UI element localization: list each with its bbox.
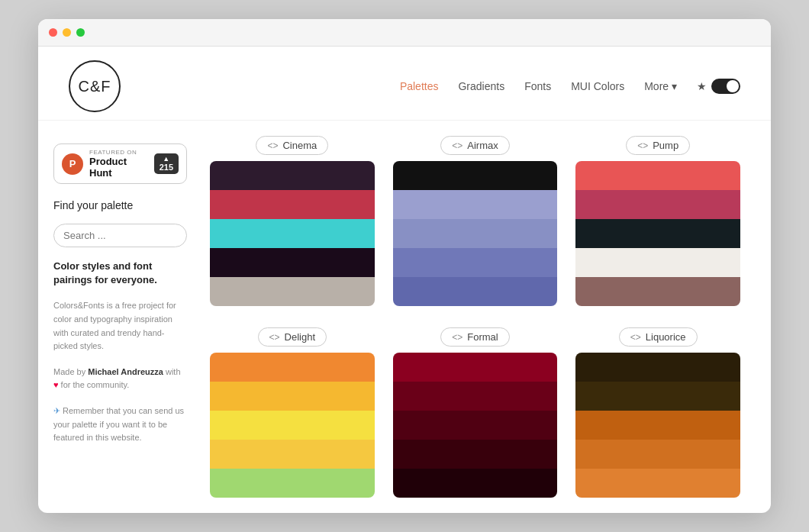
main-layout: P FEATURED ON Product Hunt ▲ 215 Find yo… bbox=[38, 121, 771, 513]
palette-card-delight: <> Delight bbox=[210, 327, 375, 498]
palette-card-cinema: <> Cinema bbox=[210, 136, 375, 306]
nav: Palettes Gradients Fonts MUI Colors More… bbox=[400, 79, 740, 94]
color-swatch bbox=[393, 277, 558, 306]
palette-card-airmax: <> Airmax bbox=[393, 136, 558, 306]
ph-featured-label: FEATURED ON bbox=[89, 149, 148, 156]
palette-label[interactable]: <> Cinema bbox=[256, 136, 328, 155]
palette-label[interactable]: <> Airmax bbox=[440, 136, 509, 155]
code-icon: <> bbox=[267, 140, 278, 151]
palette-label[interactable]: <> Pump bbox=[626, 136, 690, 155]
color-swatch bbox=[210, 277, 375, 306]
nav-palettes[interactable]: Palettes bbox=[400, 80, 439, 92]
product-hunt-icon: P bbox=[62, 153, 83, 175]
sidebar-desc: Colors&Fonts is a free project for color… bbox=[53, 299, 187, 353]
search-input[interactable] bbox=[53, 224, 187, 247]
color-swatch bbox=[210, 440, 375, 469]
browser-window: C&F Palettes Gradients Fonts MUI Colors … bbox=[38, 19, 771, 513]
ph-title: Product Hunt bbox=[89, 156, 148, 179]
find-palette-title: Find your palette bbox=[53, 199, 187, 211]
theme-toggle[interactable] bbox=[711, 79, 740, 94]
color-swatch bbox=[210, 161, 375, 190]
star-icon: ★ bbox=[697, 80, 707, 92]
logo[interactable]: C&F bbox=[69, 60, 121, 112]
color-swatch bbox=[575, 277, 740, 306]
palette-grid: <> Cinema<> Airmax<> Pump<> Delight<> Fo… bbox=[210, 136, 740, 498]
sidebar-made: Made by Michael Andreuzza with ♥ for the… bbox=[53, 366, 187, 392]
color-swatch bbox=[575, 411, 740, 440]
color-swatch bbox=[393, 248, 558, 277]
palette-label[interactable]: <> Liquorice bbox=[619, 327, 698, 347]
header: C&F Palettes Gradients Fonts MUI Colors … bbox=[38, 47, 771, 121]
palette-label[interactable]: <> Delight bbox=[258, 327, 327, 347]
code-icon: <> bbox=[269, 332, 280, 343]
color-swatch bbox=[575, 382, 740, 411]
color-swatch bbox=[575, 219, 740, 248]
palette-swatches bbox=[575, 353, 740, 498]
color-swatch bbox=[210, 219, 375, 248]
ph-count-number: 215 bbox=[160, 163, 173, 172]
palette-card-formal: <> Formal bbox=[393, 327, 558, 498]
color-swatch bbox=[393, 219, 558, 248]
palette-swatches bbox=[575, 161, 740, 306]
color-swatch bbox=[575, 248, 740, 277]
code-icon: <> bbox=[630, 332, 641, 343]
ph-arrow: ▲ bbox=[163, 156, 169, 163]
nav-fonts[interactable]: Fonts bbox=[524, 80, 551, 92]
color-swatch bbox=[210, 469, 375, 498]
sidebar: P FEATURED ON Product Hunt ▲ 215 Find yo… bbox=[53, 136, 187, 498]
color-swatch bbox=[210, 190, 375, 219]
palette-swatches bbox=[210, 353, 375, 498]
color-swatch bbox=[393, 161, 558, 190]
color-swatch bbox=[393, 353, 558, 382]
color-swatch bbox=[210, 411, 375, 440]
nav-mui-colors[interactable]: MUI Colors bbox=[571, 80, 624, 92]
theme-toggle-wrap: ★ bbox=[697, 79, 740, 94]
color-swatch bbox=[210, 382, 375, 411]
nav-more[interactable]: More ▾ bbox=[644, 80, 677, 92]
color-swatch bbox=[575, 353, 740, 382]
product-hunt-text: FEATURED ON Product Hunt bbox=[89, 149, 148, 179]
code-icon: <> bbox=[637, 140, 648, 151]
code-icon: <> bbox=[452, 332, 463, 343]
nav-gradients[interactable]: Gradients bbox=[458, 80, 504, 92]
code-icon: <> bbox=[452, 140, 463, 151]
color-swatch bbox=[575, 469, 740, 498]
palette-swatches bbox=[210, 161, 375, 306]
sidebar-send: ✈ Remember that you can send us your pal… bbox=[53, 405, 187, 445]
palette-swatches bbox=[393, 353, 558, 498]
maximize-dot[interactable] bbox=[76, 28, 85, 37]
color-swatch bbox=[210, 248, 375, 277]
product-hunt-badge[interactable]: P FEATURED ON Product Hunt ▲ 215 bbox=[53, 143, 187, 184]
color-swatch bbox=[393, 440, 558, 469]
toggle-knob bbox=[727, 80, 739, 92]
color-swatch bbox=[393, 411, 558, 440]
color-swatch bbox=[575, 190, 740, 219]
color-swatch bbox=[575, 440, 740, 469]
color-swatch bbox=[575, 161, 740, 190]
minimize-dot[interactable] bbox=[63, 28, 71, 37]
close-dot[interactable] bbox=[49, 28, 57, 37]
author-link[interactable]: Michael Andreuzza bbox=[88, 367, 163, 376]
color-swatch bbox=[393, 382, 558, 411]
palette-swatches bbox=[393, 161, 558, 306]
page-content: C&F Palettes Gradients Fonts MUI Colors … bbox=[38, 47, 771, 513]
sidebar-tagline: Color styles and font pairings for every… bbox=[53, 260, 187, 287]
palette-label[interactable]: <> Formal bbox=[440, 327, 509, 347]
color-swatch bbox=[393, 469, 558, 498]
ph-count: ▲ 215 bbox=[154, 153, 179, 175]
palette-card-liquorice: <> Liquorice bbox=[575, 327, 740, 498]
send-icon: ✈ bbox=[53, 406, 60, 415]
color-swatch bbox=[210, 353, 375, 382]
browser-bar bbox=[38, 19, 771, 47]
palette-card-pump: <> Pump bbox=[575, 136, 740, 306]
color-swatch bbox=[393, 190, 558, 219]
